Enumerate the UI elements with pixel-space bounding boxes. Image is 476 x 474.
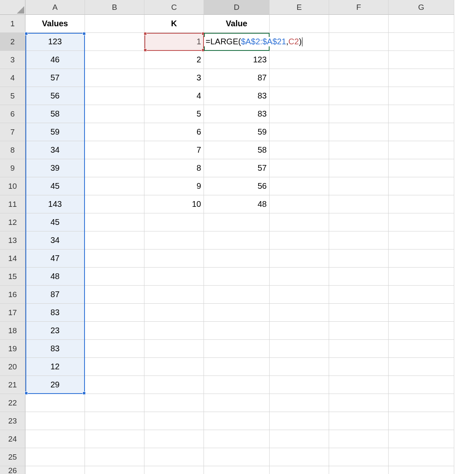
cell-C11[interactable]: 10 xyxy=(144,195,204,213)
cell-A8[interactable]: 34 xyxy=(25,141,85,159)
cell-A3[interactable]: 46 xyxy=(25,51,85,69)
cell-C10[interactable]: 9 xyxy=(144,177,204,195)
cell-B24[interactable] xyxy=(85,430,144,448)
row-header-11[interactable]: 11 xyxy=(0,195,25,213)
cell-G19[interactable] xyxy=(389,340,454,358)
cell-G6[interactable] xyxy=(389,105,454,123)
cell-F3[interactable] xyxy=(329,51,389,69)
cell-G2[interactable] xyxy=(389,33,454,51)
cell-E9[interactable] xyxy=(270,159,329,177)
col-header-A[interactable]: A xyxy=(25,0,85,15)
row-header-12[interactable]: 12 xyxy=(0,213,25,231)
cell-D25[interactable] xyxy=(204,448,270,466)
cell-A21[interactable]: 29 xyxy=(25,376,85,394)
cell-B12[interactable] xyxy=(85,213,144,231)
cell-F19[interactable] xyxy=(329,340,389,358)
row-header-13[interactable]: 13 xyxy=(0,231,25,250)
cell-D3[interactable]: 123 xyxy=(204,51,270,69)
cell-C23[interactable] xyxy=(144,412,204,430)
cell-F9[interactable] xyxy=(329,159,389,177)
row-header-10[interactable]: 10 xyxy=(0,177,25,195)
cell-F18[interactable] xyxy=(329,322,389,340)
cell-A2[interactable]: 123 xyxy=(25,33,85,51)
cell-B10[interactable] xyxy=(85,177,144,195)
cell-G20[interactable] xyxy=(389,358,454,376)
cell-C13[interactable] xyxy=(144,231,204,250)
cell-D15[interactable] xyxy=(204,268,270,286)
cell-A6[interactable]: 58 xyxy=(25,105,85,123)
col-header-E[interactable]: E xyxy=(270,0,329,15)
cell-C17[interactable] xyxy=(144,304,204,322)
row-header-5[interactable]: 5 xyxy=(0,87,25,105)
cell-C7[interactable]: 6 xyxy=(144,123,204,141)
cell-B13[interactable] xyxy=(85,231,144,250)
cell-F6[interactable] xyxy=(329,105,389,123)
cell-A25[interactable] xyxy=(25,448,85,466)
row-header-22[interactable]: 22 xyxy=(0,394,25,412)
cell-A13[interactable]: 34 xyxy=(25,231,85,250)
cell-F22[interactable] xyxy=(329,394,389,412)
row-header-19[interactable]: 19 xyxy=(0,340,25,358)
cell-D26[interactable] xyxy=(204,466,270,474)
cell-C22[interactable] xyxy=(144,394,204,412)
col-header-C[interactable]: C xyxy=(144,0,204,15)
cell-F16[interactable] xyxy=(329,286,389,304)
cell-G3[interactable] xyxy=(389,51,454,69)
cell-F10[interactable] xyxy=(329,177,389,195)
row-header-6[interactable]: 6 xyxy=(0,105,25,123)
cell-D4[interactable]: 87 xyxy=(204,69,270,87)
cell-A12[interactable]: 45 xyxy=(25,213,85,231)
cell-E24[interactable] xyxy=(270,430,329,448)
cell-A14[interactable]: 47 xyxy=(25,250,85,268)
cell-E19[interactable] xyxy=(270,340,329,358)
row-header-26[interactable]: 26 xyxy=(0,466,25,474)
cell-D18[interactable] xyxy=(204,322,270,340)
cell-G14[interactable] xyxy=(389,250,454,268)
row-header-7[interactable]: 7 xyxy=(0,123,25,141)
cell-G11[interactable] xyxy=(389,195,454,213)
row-header-25[interactable]: 25 xyxy=(0,448,25,466)
cell-D19[interactable] xyxy=(204,340,270,358)
cell-B25[interactable] xyxy=(85,448,144,466)
cell-C24[interactable] xyxy=(144,430,204,448)
row-header-3[interactable]: 3 xyxy=(0,51,25,69)
cell-F5[interactable] xyxy=(329,87,389,105)
row-header-24[interactable]: 24 xyxy=(0,430,25,448)
cell-G24[interactable] xyxy=(389,430,454,448)
row-header-15[interactable]: 15 xyxy=(0,268,25,286)
cell-D11[interactable]: 48 xyxy=(204,195,270,213)
formula-edit-text[interactable]: =LARGE($A$2:$A$21,C2) xyxy=(204,37,302,47)
cell-A9[interactable]: 39 xyxy=(25,159,85,177)
cell-D13[interactable] xyxy=(204,231,270,250)
cell-B21[interactable] xyxy=(85,376,144,394)
cell-G5[interactable] xyxy=(389,87,454,105)
cell-E14[interactable] xyxy=(270,250,329,268)
select-all-corner[interactable] xyxy=(0,0,25,15)
cell-E10[interactable] xyxy=(270,177,329,195)
cell-B26[interactable] xyxy=(85,466,144,474)
cell-D10[interactable]: 56 xyxy=(204,177,270,195)
cell-A11[interactable]: 143 xyxy=(25,195,85,213)
cell-G15[interactable] xyxy=(389,268,454,286)
cell-C19[interactable] xyxy=(144,340,204,358)
cell-E16[interactable] xyxy=(270,286,329,304)
cell-C2[interactable]: 1 xyxy=(144,33,204,51)
cell-B2[interactable] xyxy=(85,33,144,51)
cell-F14[interactable] xyxy=(329,250,389,268)
cell-G25[interactable] xyxy=(389,448,454,466)
cell-C6[interactable]: 5 xyxy=(144,105,204,123)
cell-F2[interactable] xyxy=(329,33,389,51)
cell-C25[interactable] xyxy=(144,448,204,466)
cell-G26[interactable] xyxy=(389,466,454,474)
row-header-17[interactable]: 17 xyxy=(0,304,25,322)
cell-E21[interactable] xyxy=(270,376,329,394)
cell-D20[interactable] xyxy=(204,358,270,376)
cell-D23[interactable] xyxy=(204,412,270,430)
col-header-B[interactable]: B xyxy=(85,0,144,15)
cell-G16[interactable] xyxy=(389,286,454,304)
cell-C20[interactable] xyxy=(144,358,204,376)
cell-B11[interactable] xyxy=(85,195,144,213)
cell-B7[interactable] xyxy=(85,123,144,141)
cell-B1[interactable] xyxy=(85,15,144,33)
cell-D12[interactable] xyxy=(204,213,270,231)
